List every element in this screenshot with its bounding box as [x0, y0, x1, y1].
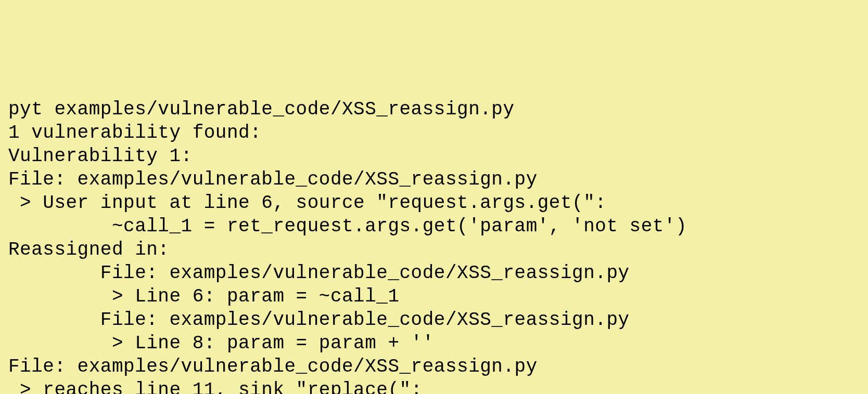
terminal-line-line6: > Line 6: param = ~call_1 — [8, 285, 860, 308]
terminal-line-call1: ~call_1 = ret_request.args.get('param', … — [8, 215, 860, 238]
terminal-line-sink: > reaches line 11, sink "replace(": — [8, 378, 860, 394]
terminal-line-file4: File: examples/vulnerable_code/XSS_reass… — [8, 355, 860, 378]
terminal-line-file2: File: examples/vulnerable_code/XSS_reass… — [8, 261, 860, 285]
terminal-line-summary: 1 vulnerability found: — [8, 121, 860, 145]
terminal-line-reassigned: Reassigned in: — [8, 238, 860, 261]
terminal-line-vuln-header: Vulnerability 1: — [8, 145, 860, 168]
terminal-line-line8: > Line 8: param = param + '' — [8, 332, 860, 355]
terminal-line-command: pyt examples/vulnerable_code/XSS_reassig… — [8, 98, 860, 121]
terminal-line-source: > User input at line 6, source "request.… — [8, 191, 860, 215]
terminal-line-file3: File: examples/vulnerable_code/XSS_reass… — [8, 308, 860, 332]
terminal-line-file: File: examples/vulnerable_code/XSS_reass… — [8, 168, 860, 191]
